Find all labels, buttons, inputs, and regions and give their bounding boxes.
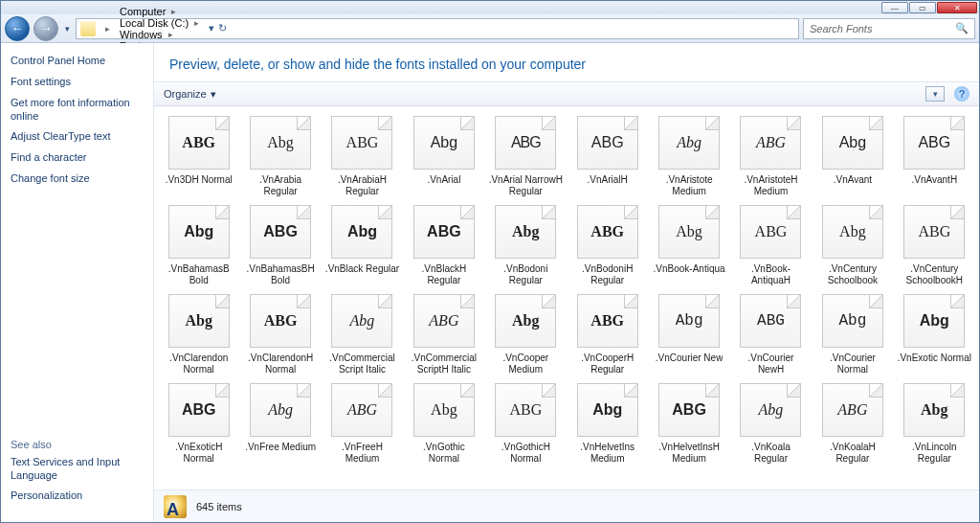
font-item[interactable]: Abg.VnAristote Medium <box>650 112 727 197</box>
font-item[interactable]: Abg.VnHelvetIns Medium <box>568 379 646 465</box>
font-thumbnail: ABG <box>822 383 883 437</box>
addressbar-dropdown-icon[interactable]: ▾ <box>209 22 214 34</box>
font-thumbnail: Abg <box>740 383 801 437</box>
font-item[interactable]: ABG.VnAvantH <box>896 112 973 197</box>
font-thumbnail: Abg <box>822 205 883 259</box>
font-thumbnail: Abg <box>658 116 720 170</box>
sidebar-link[interactable]: Font settings <box>11 76 144 89</box>
sidebar-link[interactable]: Get more font information online <box>11 97 144 124</box>
font-item[interactable]: ABG.VnClarendonH Normal <box>241 290 319 375</box>
font-preview-glyph: ABG <box>264 312 298 330</box>
font-preview-glyph: Abg <box>184 223 213 240</box>
font-preview-glyph: ABG <box>429 312 458 330</box>
close-button[interactable]: ✕ <box>937 2 977 13</box>
font-thumbnail: ABG <box>168 383 230 437</box>
back-button[interactable]: ← <box>5 16 30 41</box>
font-item[interactable]: ABG.VnArialH <box>568 112 646 197</box>
breadcrumb-segment[interactable]: Windows▸ <box>116 29 203 40</box>
font-thumbnail: ABG <box>495 116 556 170</box>
font-item[interactable]: Abg.VnCourier New <box>650 290 727 375</box>
help-icon[interactable]: ? <box>954 86 969 102</box>
view-options-button[interactable]: ▾ <box>925 86 945 102</box>
font-item[interactable]: ABG.VnArabiaH Regular <box>323 112 401 197</box>
font-label: .VnArialH <box>588 174 628 197</box>
font-item[interactable]: ABG.VnGothicH Normal <box>487 379 565 465</box>
font-label: .VnArabiaH Regular <box>325 174 399 197</box>
font-item[interactable]: Abg.VnBook-Antiqua <box>650 201 727 286</box>
font-item[interactable]: Abg.VnFree Medium <box>241 379 319 465</box>
maximize-button[interactable]: ▭ <box>909 2 936 13</box>
nav-history-dropdown[interactable]: ▾ <box>62 24 72 34</box>
font-preview-glyph: Abg <box>512 312 539 330</box>
font-preview-glyph: ABG <box>346 134 379 151</box>
font-item[interactable]: Abg.VnBlack Regular <box>323 201 401 286</box>
sidebar-link[interactable]: Find a character <box>11 151 144 165</box>
font-label: .VnAristote Medium <box>652 174 725 197</box>
font-item[interactable]: Abg.VnBahamasB Bold <box>160 201 237 286</box>
font-label: .VnHelvetInsH Medium <box>652 442 725 465</box>
search-input[interactable]: Search Fonts 🔍 <box>803 18 975 39</box>
font-item[interactable]: Abg.VnBodoni Regular <box>487 201 565 286</box>
font-item[interactable]: ABG.VnExoticH Normal <box>160 379 237 465</box>
font-thumbnail: ABG <box>903 205 965 259</box>
font-item[interactable]: ABG.VnCommercial ScriptH Italic <box>405 290 482 375</box>
font-item[interactable]: Abg.VnAvant <box>813 112 891 197</box>
font-preview-glyph: Abg <box>431 134 457 151</box>
font-item[interactable]: ABG.VnFreeH Medium <box>323 379 401 465</box>
font-thumbnail: Abg <box>822 294 883 348</box>
font-item[interactable]: Abg.VnArabia Regular <box>241 112 319 197</box>
sidebar-seealso-link[interactable]: Personalization <box>11 489 144 503</box>
item-count: 645 items <box>196 501 242 512</box>
font-item[interactable]: Abg.VnClarendon Normal <box>160 290 237 375</box>
font-item[interactable]: ABG.VnBook-AntiquaH Regular <box>732 201 810 286</box>
font-item[interactable]: Abg.VnArial <box>405 112 482 197</box>
font-preview-glyph: Abg <box>920 312 949 330</box>
control-panel-home-link[interactable]: Control Panel Home <box>11 55 144 66</box>
font-item[interactable]: ABG.VnAristoteH Medium <box>732 112 810 197</box>
font-item[interactable]: ABG.VnKoalaH Regular <box>813 379 891 465</box>
address-bar[interactable]: ▸ Computer▸Local Disk (C:)▸Windows▸Fonts… <box>76 18 799 39</box>
breadcrumb-segment[interactable]: Computer▸ <box>116 6 203 17</box>
font-preview-glyph: ABG <box>837 401 867 419</box>
font-item[interactable]: Abg.VnCommercial Script Italic <box>323 290 401 375</box>
forward-button[interactable]: → <box>33 16 58 41</box>
breadcrumb-root[interactable]: ▸ <box>98 19 114 38</box>
page-title: Preview, delete, or show and hide the fo… <box>154 43 979 81</box>
font-item[interactable]: Abg.VnCourier Normal <box>813 290 891 375</box>
see-also-header: See also <box>11 439 144 450</box>
font-item[interactable]: ABG.VnCentury SchoolbookH <box>896 201 973 286</box>
refresh-icon[interactable]: ↻ <box>218 22 227 34</box>
font-label: .VnFreeH Medium <box>325 442 399 465</box>
font-item[interactable]: ABG.VnArial NarrowH Regular <box>487 112 565 197</box>
font-item[interactable]: Abg.VnCentury Schoolbook <box>813 201 891 286</box>
font-item[interactable]: ABG.VnBlackH Regular <box>405 201 482 286</box>
font-item[interactable]: ABG.VnBahamasBH Bold <box>241 201 319 286</box>
font-item[interactable]: ABG.VnCourier NewH <box>732 290 810 375</box>
font-item[interactable]: Abg.VnCooper Medium <box>487 290 565 375</box>
font-thumbnail: Abg <box>658 294 720 348</box>
font-item[interactable]: ABG.VnBodoniH Regular <box>568 201 646 286</box>
breadcrumb-segment[interactable]: Local Disk (C:)▸ <box>116 17 203 29</box>
font-item[interactable]: Abg.VnGothic Normal <box>405 379 482 465</box>
font-label: .VnClarendonH Normal <box>243 352 317 375</box>
font-label: .VnCommercial ScriptH Italic <box>407 352 480 375</box>
toolbar: Organize ▾ ▾ ? <box>154 81 979 106</box>
sidebar-link[interactable]: Change font size <box>11 172 144 186</box>
font-preview-glyph: Abg <box>839 134 866 151</box>
font-item[interactable]: Abg.VnLincoln Regular <box>896 379 973 465</box>
font-item[interactable]: ABG.VnHelvetInsH Medium <box>650 379 727 465</box>
organize-button[interactable]: Organize ▾ <box>164 88 216 101</box>
font-item[interactable]: Abg.VnExotic Normal <box>896 290 973 375</box>
font-preview-glyph: ABG <box>182 134 215 151</box>
font-label: .VnKoalaH Regular <box>815 442 889 465</box>
sidebar-seealso-link[interactable]: Text Services and Input Language <box>11 456 144 483</box>
font-label: .VnExoticH Normal <box>162 442 235 465</box>
sidebar-link[interactable]: Adjust ClearType text <box>11 130 144 144</box>
font-item[interactable]: ABG.VnCooperH Regular <box>568 290 646 375</box>
font-item[interactable]: ABG.Vn3DH Normal <box>160 112 237 197</box>
minimize-button[interactable]: — <box>881 2 908 13</box>
font-item[interactable]: Abg.VnKoala Regular <box>732 379 810 465</box>
font-preview-glyph: ABG <box>590 312 624 330</box>
font-preview-glyph: Abg <box>431 401 457 419</box>
font-preview-glyph: ABG <box>918 134 950 151</box>
